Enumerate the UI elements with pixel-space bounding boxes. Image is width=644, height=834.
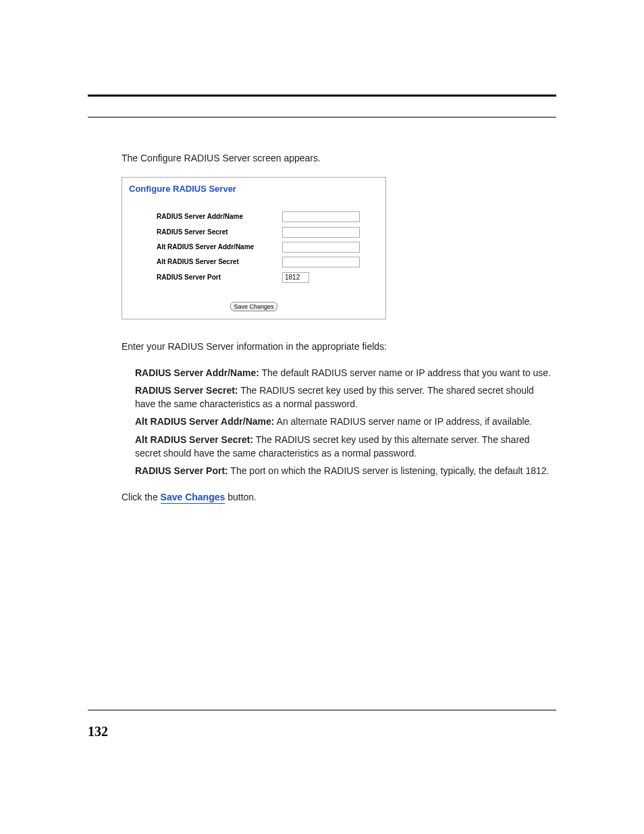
def-alt-addr: Alt RADIUS Server Addr/Name: An alternat…	[135, 415, 556, 428]
addr-input[interactable]	[282, 211, 360, 222]
panel-title: Configure RADIUS Server	[129, 183, 379, 196]
alt-secret-input[interactable]	[282, 257, 360, 267]
field-row-port: RADIUS Server Port	[156, 271, 379, 284]
closing-suffix: button.	[225, 492, 257, 502]
secret-input[interactable]	[282, 227, 360, 238]
page-number: 132	[88, 724, 108, 739]
radius-form: RADIUS Server Addr/Name RADIUS Server Se…	[156, 208, 379, 286]
port-input[interactable]	[282, 272, 309, 283]
closing-prefix: Click the	[122, 492, 161, 502]
def-addr: RADIUS Server Addr/Name: The default RAD…	[135, 366, 556, 380]
page: The Configure RADIUS Server screen appea…	[0, 0, 644, 834]
alt-secret-label: Alt RADIUS Server Secret	[156, 256, 281, 268]
enter-info-text: Enter your RADIUS Server information in …	[122, 340, 556, 353]
field-row-secret: RADIUS Server Secret	[156, 226, 379, 238]
save-changes-button[interactable]: Save Changes	[230, 302, 277, 311]
panel-button-row: Save Changes	[129, 301, 379, 312]
field-row-alt-addr: Alt RADIUS Server Addr/Name	[156, 241, 379, 253]
def-addr-term: RADIUS Server Addr/Name:	[135, 367, 259, 378]
def-secret: RADIUS Server Secret: The RADIUS secret …	[135, 384, 556, 411]
intro-text: The Configure RADIUS Server screen appea…	[122, 151, 556, 165]
alt-addr-input[interactable]	[282, 242, 360, 253]
def-secret-term: RADIUS Server Secret:	[135, 385, 238, 396]
def-port-text: The port on which the RADIUS server is l…	[228, 465, 549, 476]
port-label: RADIUS Server Port	[156, 271, 281, 284]
def-alt-addr-text: An alternate RADIUS server name or IP ad…	[274, 416, 532, 427]
header-rule-thick	[88, 95, 556, 97]
definitions-block: RADIUS Server Addr/Name: The default RAD…	[135, 366, 556, 478]
def-port-term: RADIUS Server Port:	[135, 465, 228, 476]
alt-addr-label: Alt RADIUS Server Addr/Name	[156, 241, 281, 253]
def-port: RADIUS Server Port: The port on which th…	[135, 464, 556, 477]
def-alt-secret-term: Alt RADIUS Server Secret:	[135, 434, 253, 445]
save-changes-link[interactable]: Save Changes	[161, 492, 225, 504]
closing-text: Click the Save Changes button.	[122, 490, 556, 504]
radius-config-panel: Configure RADIUS Server RADIUS Server Ad…	[122, 177, 386, 319]
def-alt-addr-term: Alt RADIUS Server Addr/Name:	[135, 416, 274, 427]
header-rule-thin	[88, 117, 556, 118]
field-row-addr: RADIUS Server Addr/Name	[156, 211, 379, 223]
addr-label: RADIUS Server Addr/Name	[156, 211, 281, 223]
def-addr-text: The default RADIUS server name or IP add…	[259, 367, 551, 378]
footer-rule	[88, 710, 556, 710]
def-alt-secret: Alt RADIUS Server Secret: The RADIUS sec…	[135, 433, 556, 461]
secret-label: RADIUS Server Secret	[156, 226, 281, 238]
field-row-alt-secret: Alt RADIUS Server Secret	[156, 256, 379, 268]
content-area: The Configure RADIUS Server screen appea…	[122, 151, 556, 504]
